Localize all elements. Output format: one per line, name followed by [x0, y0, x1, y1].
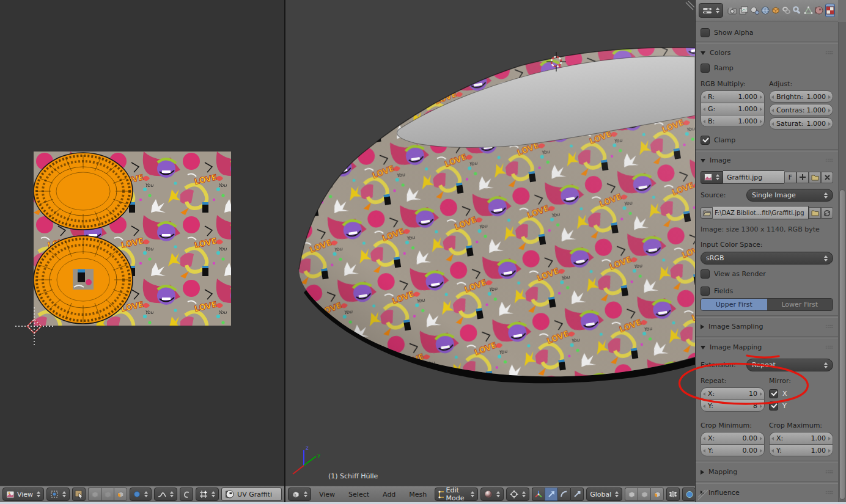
panel-drag-dots-icon[interactable] — [825, 491, 833, 495]
influence-panel-header[interactable]: Influence — [701, 488, 833, 498]
tab-object[interactable] — [771, 4, 780, 17]
image-panel-header[interactable]: Image — [701, 155, 833, 166]
panel-drag-dots-icon[interactable] — [825, 470, 833, 474]
panel-drag-dots-icon[interactable] — [825, 324, 833, 329]
upper-first-button[interactable]: Upper First — [701, 299, 767, 310]
uv-sync-selection-button[interactable] — [72, 488, 86, 501]
image-mapping-panel-header[interactable]: Image Mapping — [701, 342, 833, 352]
uv-edge-mode-button[interactable] — [101, 488, 114, 501]
source-dropdown[interactable]: Single Image — [746, 189, 833, 202]
contrast-field[interactable]: Contras:1.000 — [769, 104, 833, 116]
properties-editor-type[interactable] — [699, 3, 723, 18]
reload-image-button[interactable] — [821, 207, 833, 219]
tab-texture[interactable] — [825, 4, 835, 17]
colorspace-dropdown[interactable]: sRGB — [701, 252, 833, 265]
uv-texture-image[interactable] — [34, 152, 231, 326]
viewport-shading-selector[interactable] — [480, 488, 504, 501]
uv-sticky-selection[interactable] — [130, 488, 152, 501]
3d-viewport[interactable]: z y (1) Schiff Hülle — [285, 0, 695, 503]
repeat-x-field[interactable]: X:10 — [701, 387, 765, 400]
image-browse-button[interactable] — [701, 171, 723, 184]
ramp-checkbox[interactable] — [701, 64, 710, 73]
saturation-field[interactable]: Saturat:1.000 — [769, 117, 833, 130]
filepath-folder-button[interactable] — [809, 207, 821, 219]
uv-image-editor[interactable] — [0, 0, 284, 503]
uv-face-mode-button[interactable] — [114, 488, 127, 501]
uv-vertex-mode-button[interactable] — [88, 488, 101, 501]
rotate-manipulator-button[interactable] — [557, 488, 570, 501]
uv-editor-header: View — [0, 486, 284, 502]
uv-island-centre-patch — [73, 269, 94, 290]
scale-manipulator-button[interactable] — [570, 488, 584, 501]
crop-min-x-field[interactable]: X:0.00 — [701, 432, 765, 444]
viewport-editor-type[interactable] — [288, 488, 311, 501]
uv-texture-name-field[interactable]: UV Graffiti — [221, 488, 282, 501]
uv-snap-toggle-button[interactable] — [180, 488, 193, 501]
area-divider[interactable] — [284, 0, 285, 503]
extension-dropdown[interactable]: Repeat — [746, 359, 833, 371]
manipulator-toggle-button[interactable] — [532, 488, 545, 501]
colors-panel-header[interactable]: Colors — [701, 48, 833, 58]
mode-dropdown[interactable]: Edit Mode — [435, 488, 478, 501]
file-browse-button[interactable] — [701, 207, 713, 219]
view-as-render-checkbox[interactable] — [701, 269, 710, 279]
new-image-button[interactable] — [796, 172, 809, 183]
limit-selection-visible-button[interactable] — [666, 488, 680, 501]
crop-max-y-field[interactable]: Y:1.00 — [769, 444, 833, 456]
panel-drag-dots-icon[interactable] — [825, 345, 833, 349]
tab-material[interactable] — [815, 4, 823, 17]
mirror-x-checkbox[interactable] — [769, 389, 778, 398]
tab-modifiers[interactable] — [793, 4, 802, 17]
tab-render[interactable] — [727, 4, 737, 17]
vertex-select-button[interactable] — [625, 488, 638, 501]
object-data-icon — [804, 6, 813, 15]
clamp-checkbox[interactable] — [701, 136, 710, 145]
tab-world[interactable] — [761, 4, 770, 17]
panel-drag-dots-icon[interactable] — [825, 158, 833, 163]
tab-render-layers[interactable] — [739, 4, 748, 17]
open-image-button[interactable] — [809, 172, 821, 183]
menu-add[interactable]: Add — [377, 491, 401, 499]
unlink-image-button[interactable] — [821, 172, 833, 183]
edge-select-button[interactable] — [638, 488, 650, 501]
tab-constraints[interactable] — [782, 4, 791, 17]
face-select-button[interactable] — [650, 488, 664, 501]
hull-mesh-canvas[interactable]: z y — [285, 0, 695, 486]
scrollbar-thumb[interactable] — [839, 189, 845, 500]
fake-user-button[interactable]: F — [784, 172, 796, 183]
image-name-field[interactable]: Graffiti.jpg — [723, 170, 784, 184]
crop-min-y-field[interactable]: Y:0.00 — [701, 444, 765, 456]
rgb-b-field[interactable]: B:1.000 — [701, 115, 765, 127]
orientation-dropdown[interactable]: Global — [586, 488, 622, 501]
tab-object-data[interactable] — [804, 4, 813, 17]
translate-manipulator-button[interactable] — [545, 488, 557, 501]
uv-pivot-selector[interactable] — [46, 488, 70, 501]
hull-body[interactable] — [285, 0, 695, 464]
uv-2d-cursor[interactable] — [15, 307, 53, 345]
lower-first-button[interactable]: Lower First — [767, 299, 833, 310]
brightness-field[interactable]: Brightn:1.000 — [769, 90, 833, 103]
image-sampling-panel-header[interactable]: Image Sampling — [701, 321, 833, 332]
repeat-y-field[interactable]: Y:8 — [701, 400, 765, 412]
fields-checkbox[interactable] — [701, 287, 710, 296]
properties-scrollbar[interactable] — [838, 22, 846, 504]
uv-proportional-falloff[interactable] — [154, 488, 177, 501]
rgb-g-field[interactable]: G:1.000 — [701, 103, 765, 115]
tab-scene[interactable] — [750, 4, 759, 17]
menu-view[interactable]: View — [314, 491, 340, 499]
crop-max-x-field[interactable]: X:1.00 — [769, 432, 833, 444]
pivot-point-selector[interactable] — [506, 488, 529, 501]
area-corner-widget[interactable] — [686, 1, 694, 10]
uv-snap-target[interactable] — [196, 488, 219, 501]
filepath-field[interactable]: F:\DAZ Bibliot...fiti\Graffiti.jpg — [713, 206, 809, 219]
show-alpha-checkbox[interactable] — [701, 28, 710, 37]
rgb-r-field[interactable]: R:1.000 — [701, 90, 765, 103]
uv-view-menu[interactable]: View — [2, 488, 44, 501]
menu-mesh[interactable]: Mesh — [403, 491, 432, 499]
snap-toggle-button[interactable] — [682, 488, 696, 501]
mirror-y-checkbox[interactable] — [769, 401, 778, 411]
menu-select[interactable]: Select — [343, 491, 375, 499]
mapping-panel-header[interactable]: Mapping — [701, 467, 833, 477]
uv-island-top[interactable] — [34, 153, 133, 230]
panel-drag-dots-icon[interactable] — [825, 51, 833, 55]
